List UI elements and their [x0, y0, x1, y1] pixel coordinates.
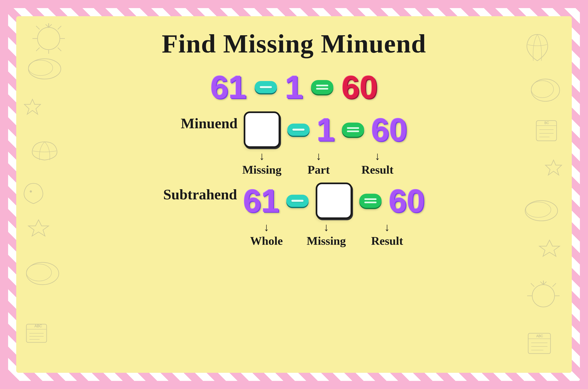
border-pattern: ABC BC [8, 8, 580, 381]
subtrahend-section: Subtrahend 61 60 [163, 183, 425, 248]
subtrahend-missing-label: Missing [307, 234, 346, 248]
minuend-section: Minuend 1 60 [181, 111, 407, 176]
svg-marker-13 [24, 99, 40, 114]
top-num2: 1 [285, 71, 303, 103]
subtrahend-eq-row: 61 60 [243, 183, 425, 219]
subtrahend-eq-with-labels: 61 60 ↓ [243, 183, 425, 248]
svg-text:BC: BC [544, 121, 549, 125]
top-result: 60 [342, 71, 378, 103]
svg-point-36 [532, 285, 554, 307]
minuend-eq-row: 1 60 [244, 111, 407, 148]
subtrahend-result: 60 [389, 185, 425, 217]
svg-point-12 [28, 60, 53, 76]
svg-point-34 [526, 202, 551, 217]
subtrahend-num1: 61 [243, 185, 279, 217]
page-title: Find Missing Minuend [162, 28, 426, 59]
svg-point-25 [531, 81, 553, 98]
minuend-equals-pill [342, 123, 364, 137]
subtrahend-equals-pill [359, 194, 381, 208]
minuend-eq-with-labels: 1 60 ↓ Missing [244, 111, 407, 176]
minuend-label: Minuend [181, 116, 238, 131]
svg-line-6 [36, 26, 39, 29]
top-minus-pill [255, 81, 277, 93]
minuend-missing-label: Missing [242, 163, 281, 176]
top-equals-pill [311, 80, 333, 94]
top-num1: 61 [210, 71, 246, 103]
svg-text:ABC: ABC [536, 334, 543, 338]
svg-point-33 [525, 200, 557, 221]
svg-text:ABC: ABC [35, 324, 42, 328]
subtrahend-whole-label: Whole [250, 234, 283, 248]
svg-line-2 [46, 24, 49, 27]
svg-marker-32 [545, 160, 562, 175]
top-equation: 61 1 60 [210, 71, 378, 103]
svg-marker-15 [28, 220, 49, 236]
svg-marker-35 [539, 240, 560, 256]
svg-point-0 [37, 27, 60, 50]
minuend-result-label: Result [362, 163, 394, 176]
subtrahend-result-label: Result [371, 234, 403, 248]
svg-line-9 [58, 48, 61, 51]
all-sections: 61 1 60 Minuend [163, 71, 425, 248]
svg-line-7 [58, 26, 61, 29]
svg-line-8 [36, 48, 39, 51]
svg-line-39 [543, 282, 547, 285]
top-equation-row: 61 1 60 [210, 71, 378, 103]
svg-line-3 [49, 24, 52, 27]
minuend-missing-box [244, 111, 280, 148]
svg-line-42 [531, 283, 534, 287]
svg-point-17 [26, 264, 51, 281]
minuend-minus-pill [287, 124, 310, 136]
minuend-result: 60 [371, 113, 407, 146]
subtrahend-missing-box [316, 183, 352, 219]
svg-point-14 [30, 191, 32, 193]
subtrahend-label: Subtrahend [163, 187, 237, 203]
subtrahend-minus-pill [286, 195, 309, 207]
main-content: ABC BC [16, 16, 572, 373]
svg-line-43 [553, 283, 556, 287]
minuend-num2: 1 [317, 113, 335, 146]
minuend-part-label: Part [308, 163, 330, 176]
svg-line-38 [540, 282, 543, 285]
